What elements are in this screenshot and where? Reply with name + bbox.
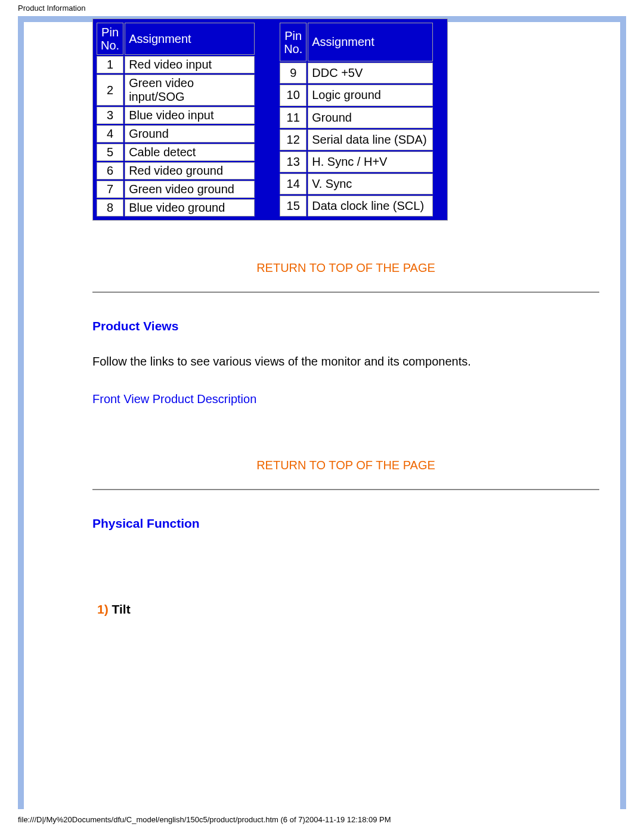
- table-row: 9DDC +5V: [280, 63, 433, 83]
- divider: [92, 489, 599, 490]
- table-row: 12Serial data line (SDA): [280, 129, 433, 150]
- divider: [92, 292, 599, 293]
- heading-physical-function: Physical Function: [92, 516, 599, 531]
- product-views-text: Follow the links to see various views of…: [92, 355, 599, 368]
- pin-tables: Pin No. Assignment 1Red video input 2Gre…: [92, 18, 599, 221]
- tilt-number: 1): [97, 602, 109, 616]
- footer-path: file:///D|/My%20Documents/dfu/C_model/en…: [0, 809, 644, 824]
- pin-table-left: Pin No. Assignment 1Red video input 2Gre…: [95, 21, 256, 218]
- table-row: 7Green video ground: [97, 181, 255, 198]
- table-row: 15Data clock line (SCL): [280, 196, 433, 216]
- tilt-heading: 1) Tilt: [97, 602, 599, 617]
- table-row: 1Red video input: [97, 56, 255, 73]
- table-row: 5Cable detect: [97, 144, 255, 161]
- table-row: 8Blue video ground: [97, 199, 255, 216]
- return-to-top-link[interactable]: RETURN TO TOP OF THE PAGE: [92, 261, 599, 275]
- content-area: Pin No. Assignment 1Red video input 2Gre…: [24, 18, 620, 617]
- page-header: Product Information: [0, 0, 644, 16]
- return-to-top-link[interactable]: RETURN TO TOP OF THE PAGE: [92, 459, 599, 472]
- pin-table-right: Pin No. Assignment 9DDC +5V 10Logic grou…: [278, 21, 434, 218]
- table-row: 11Ground: [280, 107, 433, 128]
- table-row: 2Green video input/SOG: [97, 75, 255, 106]
- col-assignment: Assignment: [125, 23, 255, 55]
- front-view-link[interactable]: Front View Product Description: [92, 392, 256, 405]
- table-row: 14V. Sync: [280, 174, 433, 194]
- col-assignment: Assignment: [308, 23, 433, 61]
- col-pin-no: Pin No.: [97, 23, 123, 55]
- heading-product-views: Product Views: [92, 319, 599, 333]
- table-row: 13H. Sync / H+V: [280, 151, 433, 172]
- col-pin-no: Pin No.: [280, 23, 306, 61]
- table-row: 3Blue video input: [97, 107, 255, 124]
- main-frame: Pin No. Assignment 1Red video input 2Gre…: [18, 16, 626, 809]
- table-row: 10Logic ground: [280, 85, 433, 106]
- table-row: 4Ground: [97, 125, 255, 143]
- table-row: 6Red video ground: [97, 162, 255, 179]
- tilt-label: Tilt: [109, 602, 131, 616]
